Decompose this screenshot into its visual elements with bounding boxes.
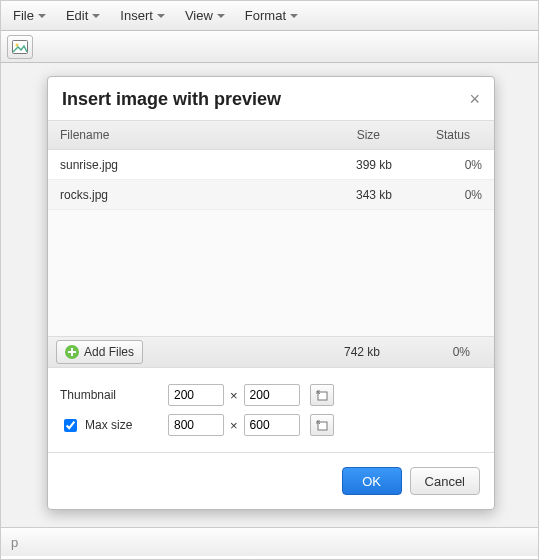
chevron-down-icon [290, 14, 298, 18]
col-size: Size [290, 128, 390, 142]
menu-label: Insert [120, 8, 153, 23]
maxsize-preview-button[interactable] [310, 414, 334, 436]
insert-image-button[interactable] [7, 35, 33, 59]
thumbnail-label: Thumbnail [60, 388, 116, 402]
file-list-header: Filename Size Status [48, 120, 494, 150]
menubar: File Edit Insert View Format [1, 1, 538, 31]
add-files-label: Add Files [84, 345, 134, 359]
maxsize-width-input[interactable] [168, 414, 224, 436]
chevron-down-icon [92, 14, 100, 18]
dialog-title: Insert image with preview [62, 89, 281, 110]
thumbnail-height-input[interactable] [244, 384, 300, 406]
menu-label: File [13, 8, 34, 23]
thumbnail-preview-button[interactable] [310, 384, 334, 406]
chevron-down-icon [217, 14, 225, 18]
toolbar [1, 31, 538, 63]
preview-icon [314, 388, 330, 402]
image-options: Thumbnail × Max size × [48, 368, 494, 453]
menu-insert[interactable]: Insert [110, 1, 175, 30]
chevron-down-icon [157, 14, 165, 18]
add-files-button[interactable]: Add Files [56, 340, 143, 364]
menu-label: View [185, 8, 213, 23]
image-icon [12, 40, 28, 54]
times-icon: × [230, 418, 238, 433]
file-list[interactable]: sunrise.jpg 399 kb 0% rocks.jpg 343 kb 0… [48, 150, 494, 336]
maxsize-checkbox[interactable] [64, 419, 77, 432]
menu-label: Edit [66, 8, 88, 23]
maxsize-row: Max size × [60, 410, 482, 440]
total-progress: 0% [390, 345, 470, 359]
times-icon: × [230, 388, 238, 403]
menu-format[interactable]: Format [235, 1, 308, 30]
file-progress: 0% [402, 188, 482, 202]
cancel-button[interactable]: Cancel [410, 467, 480, 495]
total-size: 742 kb [290, 345, 390, 359]
menu-view[interactable]: View [175, 1, 235, 30]
file-name: rocks.jpg [60, 188, 302, 202]
menu-label: Format [245, 8, 286, 23]
preview-icon [314, 418, 330, 432]
svg-point-1 [15, 43, 18, 46]
file-size: 343 kb [302, 188, 402, 202]
dialog-header: Insert image with preview × [48, 77, 494, 120]
maxsize-label: Max size [85, 418, 132, 432]
col-filename: Filename [60, 128, 290, 142]
statusbar: p [1, 528, 538, 556]
file-progress: 0% [402, 158, 482, 172]
insert-image-dialog: Insert image with preview × Filename Siz… [47, 76, 495, 510]
menu-edit[interactable]: Edit [56, 1, 110, 30]
file-list-footer: Add Files 742 kb 0% [48, 336, 494, 368]
dialog-buttons: OK Cancel [48, 453, 494, 509]
file-row[interactable]: rocks.jpg 343 kb 0% [48, 180, 494, 210]
col-status: Status [390, 128, 470, 142]
ok-button[interactable]: OK [342, 467, 402, 495]
thumbnail-width-input[interactable] [168, 384, 224, 406]
add-icon [65, 345, 79, 359]
close-icon[interactable]: × [469, 89, 480, 110]
element-path[interactable]: p [11, 535, 18, 550]
file-name: sunrise.jpg [60, 158, 302, 172]
thumbnail-row: Thumbnail × [60, 380, 482, 410]
maxsize-height-input[interactable] [244, 414, 300, 436]
chevron-down-icon [38, 14, 46, 18]
file-row[interactable]: sunrise.jpg 399 kb 0% [48, 150, 494, 180]
file-size: 399 kb [302, 158, 402, 172]
menu-file[interactable]: File [3, 1, 56, 30]
